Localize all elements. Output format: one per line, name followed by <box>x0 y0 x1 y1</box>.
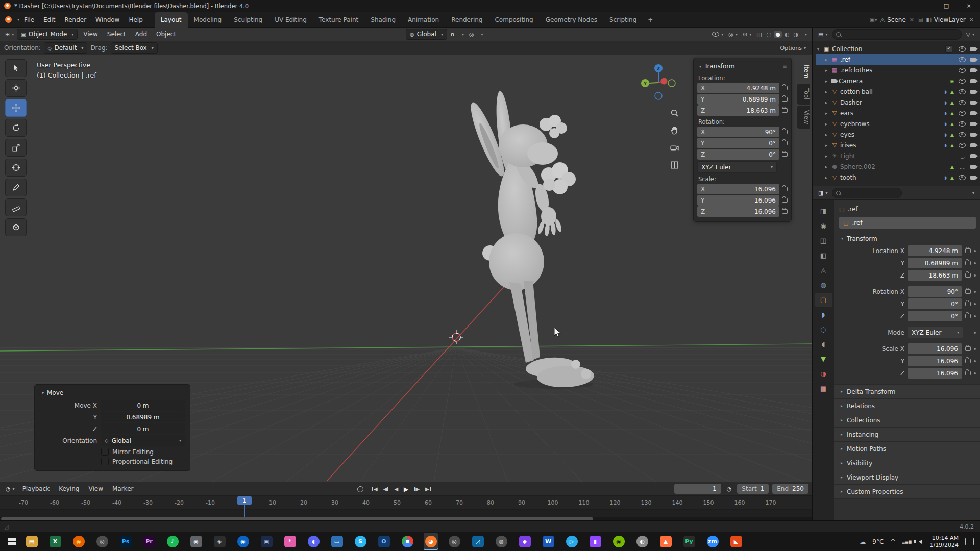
field-scale-y[interactable]: Y16.096 <box>697 195 779 206</box>
animate-dot[interactable] <box>974 274 976 277</box>
field-scale-z[interactable]: Z16.096 <box>697 206 779 217</box>
taskbar-app-skype[interactable]: S <box>353 533 368 550</box>
browse-scene-icon[interactable]: ▣▾ <box>870 17 877 22</box>
animate-dot[interactable] <box>974 372 976 374</box>
outliner-search-input[interactable] <box>832 29 961 40</box>
lock-icon[interactable] <box>965 302 971 306</box>
blender-menu-logo[interactable] <box>5 16 12 23</box>
timeline-menu-view[interactable]: View <box>84 481 107 496</box>
remove-viewlayer-button[interactable]: × <box>968 16 975 23</box>
field-rotation-y[interactable]: Y0° <box>697 138 779 148</box>
field-location-z[interactable]: Z18.663 m <box>697 105 779 116</box>
hide-viewport-toggle[interactable] <box>959 89 966 94</box>
minimize-button[interactable]: ─ <box>913 0 935 12</box>
workspace-tab-shading[interactable]: Shading <box>364 12 402 28</box>
volume-icon[interactable] <box>919 540 922 544</box>
disclosure-icon[interactable]: ▸ <box>824 154 829 159</box>
timeline-menu-playback[interactable]: Playback <box>18 481 55 496</box>
disclosure-icon[interactable]: ▸ <box>824 89 829 94</box>
lock-icon[interactable] <box>782 187 788 191</box>
hide-viewport-toggle[interactable] <box>959 154 966 159</box>
disable-render-toggle[interactable] <box>970 90 976 94</box>
section-viewport-display[interactable]: ▸Viewport Display <box>834 470 980 485</box>
viewport-menu-select[interactable]: Select <box>103 27 131 42</box>
object-name-field[interactable]: ▢ .ref <box>839 217 976 229</box>
lock-icon[interactable] <box>782 198 788 203</box>
outliner-row-tooth[interactable]: ▸▽tooth◗▲ <box>816 172 980 183</box>
modifier-icon[interactable]: ◗ <box>944 111 947 116</box>
hide-viewport-toggle[interactable] <box>959 57 966 62</box>
disclosure-icon[interactable]: ▸ <box>824 79 829 84</box>
properties-search-input[interactable] <box>832 188 901 198</box>
cursor-tool[interactable] <box>5 79 27 97</box>
animate-dot[interactable] <box>974 360 976 362</box>
start-frame-field[interactable]: Start 1 <box>737 484 769 494</box>
mesh-data-icon[interactable]: ▲ <box>950 175 954 180</box>
lock-icon[interactable] <box>782 108 788 113</box>
operator-field-z[interactable]: 0 m <box>101 423 185 434</box>
timeline-editor-type-selector[interactable]: ◔▾ <box>4 485 17 493</box>
taskbar-app-pycharm[interactable]: Py <box>682 533 696 550</box>
lock-icon[interactable] <box>782 86 788 90</box>
section-instancing[interactable]: ▸Instancing <box>834 428 980 442</box>
disclosure-icon[interactable]: ▸ <box>824 57 829 62</box>
disable-render-toggle[interactable] <box>970 176 976 180</box>
workspace-tab-sculpting[interactable]: Sculpting <box>228 12 268 28</box>
maximize-button[interactable]: □ <box>935 0 958 12</box>
properties-tab-object-data[interactable]: ▼ <box>815 352 832 366</box>
taskbar-app-photos[interactable]: * <box>283 533 297 550</box>
taskbar-app-firefox[interactable]: ◉ <box>71 533 86 550</box>
workspace-tab-animation[interactable]: Animation <box>402 12 445 28</box>
gizmos-dropdown[interactable]: ◎▾ <box>726 30 740 39</box>
taskbar-app-obs[interactable]: ◎ <box>447 533 461 550</box>
xray-toggle[interactable]: ◫ <box>754 30 764 39</box>
network-icon[interactable]: ▂▄▆ <box>902 540 912 544</box>
disable-render-toggle[interactable] <box>970 143 976 147</box>
property-field-y[interactable]: 16.096 <box>908 356 962 366</box>
property-field-z[interactable]: 0° <box>908 311 962 321</box>
weather-cloud-icon[interactable]: ☁ <box>860 538 866 545</box>
shading-dropdown[interactable]: ▾ <box>801 31 809 38</box>
taskbar-app-premiere[interactable]: Pr <box>142 533 156 550</box>
taskbar-app-nvidia[interactable]: ◉ <box>611 533 626 550</box>
taskbar-app-file-explorer[interactable]: ▤ <box>24 533 39 550</box>
current-frame-field[interactable]: 1 <box>674 484 721 494</box>
taskbar-app-steam[interactable]: ◐ <box>635 533 649 550</box>
field-scale-x[interactable]: X16.096 <box>697 184 779 194</box>
play-reverse-button[interactable]: ◀ <box>393 486 399 492</box>
lock-icon[interactable] <box>782 130 788 134</box>
workspace-tab-scripting[interactable]: Scripting <box>603 12 643 28</box>
modifier-icon[interactable]: ◗ <box>944 143 947 148</box>
outliner-row-camera[interactable]: ▸Camera◉ <box>816 76 980 86</box>
play-button[interactable]: ▶ <box>403 486 409 493</box>
notification-center-icon[interactable] <box>965 538 974 545</box>
properties-tab-scene[interactable]: ◬ <box>815 263 832 277</box>
viewport-canvas[interactable]: User Perspective (1) Collection | .ref Z… <box>0 55 812 482</box>
snap-magnet-icon[interactable]: ∩ <box>448 30 457 39</box>
property-field-rotation-x[interactable]: 90° <box>908 286 962 297</box>
camera-data-icon[interactable]: ◉ <box>950 79 954 84</box>
viewlayer-selector[interactable]: ◧ ViewLayer × <box>926 16 975 23</box>
lock-icon[interactable] <box>965 273 971 278</box>
weather-temp[interactable]: 9°C <box>872 538 884 545</box>
zoom-button[interactable] <box>667 105 682 120</box>
filter-icon[interactable]: ▽▾ <box>964 30 976 39</box>
viewport-menu-add[interactable]: Add <box>131 27 152 42</box>
sidebar-tab-item[interactable]: Item <box>797 60 810 83</box>
taskbar-app-playstation[interactable]: ◉ <box>236 533 250 550</box>
taskbar-app-movies-tv[interactable]: ▭ <box>330 533 344 550</box>
outliner-row-dasher[interactable]: ▸▽Dasher◗▲ <box>816 97 980 108</box>
auto-key-button[interactable] <box>357 486 363 492</box>
playhead-frame-badge[interactable]: 1 <box>237 496 252 505</box>
lock-icon[interactable] <box>965 346 971 351</box>
menu-edit[interactable]: Edit <box>39 16 60 23</box>
shading-material-button[interactable]: ◐ <box>783 31 791 38</box>
sidebar-tab-view[interactable]: View <box>797 106 810 129</box>
panel-grip-icon[interactable]: ≡ <box>783 64 788 69</box>
preview-range-icon[interactable]: ◔ <box>725 485 734 493</box>
section-motion-paths[interactable]: ▸Motion Paths <box>834 442 980 456</box>
hide-viewport-toggle[interactable] <box>959 143 966 148</box>
disclosure-icon[interactable]: ▸ <box>824 132 829 137</box>
disable-render-toggle[interactable] <box>970 101 976 105</box>
outliner-row-ears[interactable]: ▸▽ears◗▲ <box>816 108 980 118</box>
